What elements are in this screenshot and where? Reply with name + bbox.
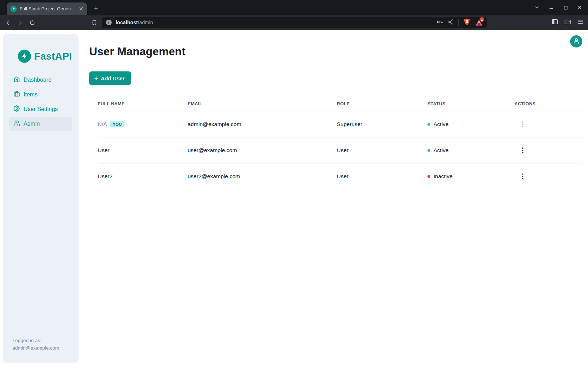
- minimize-icon[interactable]: [547, 3, 556, 12]
- col-header-email: Email: [188, 101, 337, 106]
- brave-rewards-icon[interactable]: 1: [475, 19, 483, 26]
- tab-search-chevron-icon[interactable]: [532, 3, 542, 12]
- cell-fullname: User2: [98, 173, 188, 180]
- page-title: User Management: [89, 45, 583, 58]
- cell-status: Active: [427, 121, 514, 127]
- cell-fullname-text: N/A: [98, 121, 107, 127]
- cell-fullname-text: User2: [98, 173, 112, 180]
- row-actions-button[interactable]: [518, 146, 527, 155]
- rewards-badge: 1: [480, 17, 484, 22]
- cell-email: user2@example.com: [188, 173, 337, 180]
- forward-icon[interactable]: [15, 17, 25, 28]
- url-host: localhost: [116, 20, 138, 25]
- table-row: User user@example.com User Active: [98, 137, 583, 163]
- status-text: Inactive: [434, 173, 452, 180]
- table-row: N/A YOU admin@example.com Superuser Acti…: [98, 111, 583, 137]
- cell-fullname: N/A YOU: [98, 121, 188, 127]
- wallet-icon[interactable]: [564, 19, 571, 26]
- logo-text: FastAPI: [34, 51, 72, 62]
- sidebar-item-label: Dashboard: [24, 77, 51, 83]
- sidebar-item-items[interactable]: Items: [9, 87, 72, 102]
- new-tab-button[interactable]: +: [91, 3, 101, 14]
- cell-role: User: [337, 173, 427, 180]
- fastapi-bolt-icon: [18, 50, 31, 63]
- close-window-icon[interactable]: [575, 3, 584, 12]
- maximize-icon[interactable]: [561, 3, 570, 12]
- cell-actions: [514, 172, 583, 181]
- logged-in-email: admin@example.com: [12, 344, 59, 352]
- sidebar-item-label: Admin: [24, 121, 40, 127]
- home-icon: [14, 76, 20, 84]
- cell-email: admin@example.com: [188, 121, 337, 127]
- urlbar-divider: [458, 19, 459, 26]
- tab-close-icon[interactable]: [78, 6, 84, 12]
- table-row: User2 user2@example.com User Inactive: [98, 163, 583, 189]
- cell-role: Superuser: [337, 121, 427, 127]
- cell-status: Inactive: [427, 173, 514, 180]
- status-dot: [427, 123, 430, 126]
- table-body: N/A YOU admin@example.com Superuser Acti…: [98, 111, 583, 189]
- bookmark-icon[interactable]: [89, 17, 99, 28]
- sidebar-item-user-settings[interactable]: User Settings: [9, 102, 72, 116]
- menu-icon[interactable]: [577, 19, 584, 26]
- plus-icon: +: [94, 75, 98, 81]
- row-actions-button[interactable]: [518, 172, 527, 181]
- row-actions-button[interactable]: [518, 120, 527, 129]
- window-controls: [532, 0, 588, 15]
- cell-actions: [514, 120, 583, 129]
- cell-actions: [514, 146, 583, 155]
- sidebar-nav: Dashboard Items User Settings: [9, 73, 72, 131]
- main-content: User Management + Add User Full name Ema…: [89, 30, 583, 189]
- col-header-fullname: Full name: [98, 101, 188, 106]
- site-info-icon[interactable]: i: [106, 20, 112, 25]
- add-user-button[interactable]: + Add User: [89, 71, 131, 85]
- url-path: /admin: [138, 20, 153, 25]
- sidebar-item-label: Items: [24, 91, 37, 98]
- fastapi-favicon-icon: [10, 6, 17, 12]
- briefcase-icon: [14, 91, 20, 99]
- table-header-row: Full name Email Role Status Actions: [98, 96, 583, 111]
- col-header-status: Status: [427, 101, 514, 106]
- you-badge: YOU: [110, 121, 125, 127]
- brave-shield-icon[interactable]: [463, 18, 470, 27]
- sidebar: FastAPI Dashboard Items: [3, 34, 78, 363]
- address-bar[interactable]: i localhost/admin: [102, 17, 487, 28]
- col-header-actions: Actions: [514, 101, 583, 106]
- app-content: FastAPI Dashboard Items: [0, 30, 588, 366]
- cell-fullname: User: [98, 147, 188, 154]
- cell-status: Active: [427, 147, 514, 154]
- users-table: Full name Email Role Status Actions N/A …: [89, 96, 583, 189]
- back-icon[interactable]: [2, 17, 13, 28]
- key-icon[interactable]: [436, 19, 443, 27]
- browser-titlebar: Full Stack Project Genera +: [0, 0, 588, 15]
- logged-in-label: Logged in as:: [12, 337, 59, 344]
- cell-email: user@example.com: [188, 147, 337, 154]
- add-user-label: Add User: [101, 75, 125, 81]
- fastapi-logo: FastAPI: [18, 50, 78, 63]
- sidebar-item-label: User Settings: [24, 106, 58, 112]
- url-text[interactable]: localhost/admin: [116, 20, 153, 25]
- cell-fullname-text: User: [98, 147, 110, 154]
- sidebar-item-admin[interactable]: Admin: [9, 117, 72, 131]
- browser-tab[interactable]: Full Stack Project Genera: [7, 2, 87, 15]
- reload-icon[interactable]: [27, 17, 37, 28]
- sidebar-toggle-icon[interactable]: [552, 19, 558, 26]
- status-dot: [427, 149, 430, 152]
- gear-icon: [14, 105, 20, 113]
- status-dot: [427, 175, 430, 178]
- logged-in-info: Logged in as: admin@example.com: [12, 337, 59, 352]
- sidebar-item-dashboard[interactable]: Dashboard: [9, 73, 72, 87]
- col-header-role: Role: [337, 101, 427, 106]
- status-text: Active: [434, 121, 448, 127]
- cell-role: User: [337, 147, 427, 154]
- users-icon: [14, 120, 20, 128]
- tab-title: Full Stack Project Genera: [20, 6, 75, 11]
- share-icon[interactable]: [448, 19, 454, 26]
- status-text: Active: [434, 147, 448, 154]
